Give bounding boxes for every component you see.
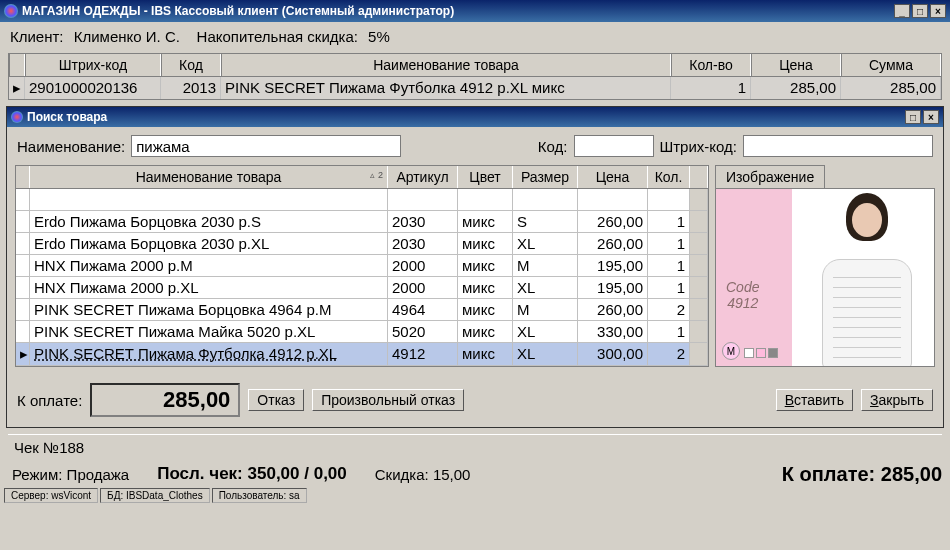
cell-name: PINK SECRET Пижама Майка 5020 р.XL — [30, 321, 388, 342]
scol-price[interactable]: Цена — [578, 166, 648, 188]
status-bar-2: Сервер: wsVicont БД: IBSData_Clothes Пол… — [0, 488, 950, 503]
search-row[interactable]: PINK SECRET Пижама Борцовка 4964 р.M4964… — [16, 299, 708, 321]
row-indicator-icon — [16, 211, 30, 232]
cell-art: 2000 — [388, 255, 458, 276]
col-indicator[interactable] — [9, 54, 25, 76]
search-footer: К оплате: 285,00 Отказ Произвольный отка… — [7, 373, 943, 427]
scrollbar[interactable] — [690, 166, 708, 188]
cell-qty: 1 — [648, 277, 690, 298]
maximize-button[interactable]: □ — [912, 4, 928, 18]
cell-color: микс — [458, 211, 513, 232]
scol-art[interactable]: Артикул — [388, 166, 458, 188]
cell-size: XL — [513, 233, 578, 254]
col-sum[interactable]: Сумма — [841, 54, 941, 76]
search-maximize-button[interactable]: □ — [905, 110, 921, 124]
cell-price: 300,00 — [578, 343, 648, 365]
cell-name: PINK SECRET Пижама Футболка 4912 р.XL ми… — [221, 77, 671, 99]
insert-button[interactable]: Вставить — [776, 389, 853, 411]
last-check-field: Посл. чек: 350,00 / 0,00 — [153, 462, 351, 486]
search-window-icon — [11, 111, 23, 123]
cell-size: S — [513, 211, 578, 232]
cell-qty: 2 — [648, 343, 690, 365]
cell-size: XL — [513, 343, 578, 365]
scol-indicator[interactable] — [16, 166, 30, 188]
col-code[interactable]: Код — [161, 54, 221, 76]
row-indicator-icon — [16, 277, 30, 298]
grand-total: К оплате: 285,00 — [782, 463, 942, 486]
cell-size: XL — [513, 321, 578, 342]
cell-art: 2000 — [388, 277, 458, 298]
search-row[interactable]: HNX Пижама 2000 р.XL2000миксXL195,001 — [16, 277, 708, 299]
product-image: Code4912 M — [715, 188, 935, 367]
cart-row[interactable]: ▸ 2901000020136 2013 PINK SECRET Пижама … — [9, 77, 941, 99]
to-pay-label: К оплате: — [17, 392, 82, 409]
search-filters: Наименование: Код: Штрих-код: — [7, 127, 943, 165]
cell-qty: 1 — [648, 321, 690, 342]
cell-price: 285,00 — [751, 77, 841, 99]
cell-color: микс — [458, 321, 513, 342]
search-results-table: Наименование товара▵ 2 Артикул Цвет Разм… — [15, 165, 709, 367]
filter-barcode-input[interactable] — [743, 135, 933, 157]
cell-color: микс — [458, 233, 513, 254]
cell-price: 260,00 — [578, 233, 648, 254]
app-icon — [4, 4, 18, 18]
refuse-button[interactable]: Отказ — [248, 389, 304, 411]
filter-name-input[interactable] — [131, 135, 401, 157]
search-row[interactable]: HNX Пижама 2000 р.M2000миксM195,001 — [16, 255, 708, 277]
cell-color: микс — [458, 343, 513, 365]
cell-qty: 1 — [648, 233, 690, 254]
client-name: Клименко И. С. — [74, 28, 180, 45]
col-price[interactable]: Цена — [751, 54, 841, 76]
search-row[interactable]: Erdo Пижама Борцовка 2030 р.S2030миксS26… — [16, 211, 708, 233]
search-row[interactable]: Erdo Пижама Борцовка 2030 р.XL2030миксXL… — [16, 233, 708, 255]
cell-price: 195,00 — [578, 277, 648, 298]
scol-name[interactable]: Наименование товара▵ 2 — [30, 166, 388, 188]
receipt-label: Чек №188 — [8, 434, 942, 460]
minimize-button[interactable]: _ — [894, 4, 910, 18]
cell-price: 260,00 — [578, 299, 648, 320]
search-close-button[interactable]: × — [923, 110, 939, 124]
cell-qty: 1 — [648, 255, 690, 276]
search-row[interactable]: ▸PINK SECRET Пижама Футболка 4912 р.XL49… — [16, 343, 708, 366]
search-titlebar: Поиск товара □ × — [7, 107, 943, 127]
cell-barcode: 2901000020136 — [25, 77, 161, 99]
col-qty[interactable]: Кол-во — [671, 54, 751, 76]
cell-art: 4964 — [388, 299, 458, 320]
size-badge: M — [722, 342, 740, 360]
image-code-label: Code4912 — [726, 279, 759, 311]
mode-field: Режим: Продажа — [8, 464, 133, 485]
sort-indicator-icon: ▵ 2 — [370, 170, 383, 180]
col-barcode[interactable]: Штрих-код — [25, 54, 161, 76]
cell-sum: 285,00 — [841, 77, 941, 99]
row-indicator-icon: ▸ — [9, 77, 25, 99]
scol-size[interactable]: Размер — [513, 166, 578, 188]
cell-color: микс — [458, 255, 513, 276]
cell-name: HNX Пижама 2000 р.XL — [30, 277, 388, 298]
cell-qty: 2 — [648, 299, 690, 320]
cell-color: микс — [458, 299, 513, 320]
cell-size: M — [513, 299, 578, 320]
cell-name: PINK SECRET Пижама Футболка 4912 р.XL — [30, 343, 388, 365]
status-user: Пользователь: sa — [212, 488, 307, 503]
color-swatches — [744, 348, 778, 358]
discount-field: Скидка: 15,00 — [371, 464, 475, 485]
cell-code: 2013 — [161, 77, 221, 99]
status-db: БД: IBSData_Clothes — [100, 488, 210, 503]
cell-name: Erdo Пижама Борцовка 2030 р.XL — [30, 233, 388, 254]
client-label: Клиент: — [10, 28, 64, 45]
client-bar: Клиент: Клименко И. С. Накопительная ски… — [0, 22, 950, 51]
search-window: Поиск товара □ × Наименование: Код: Штри… — [6, 106, 944, 428]
scol-qty[interactable]: Кол. — [648, 166, 690, 188]
close-search-button[interactable]: Закрыть — [861, 389, 933, 411]
image-tab[interactable]: Изображение — [715, 165, 825, 188]
scol-color[interactable]: Цвет — [458, 166, 513, 188]
cell-name: HNX Пижама 2000 р.M — [30, 255, 388, 276]
search-row[interactable]: PINK SECRET Пижама Майка 5020 р.XL5020ми… — [16, 321, 708, 343]
cell-price: 330,00 — [578, 321, 648, 342]
col-name[interactable]: Наименование товара — [221, 54, 671, 76]
arbitrary-refuse-button[interactable]: Произвольный отказ — [312, 389, 464, 411]
status-bar-1: Режим: Продажа Посл. чек: 350,00 / 0,00 … — [0, 460, 950, 488]
to-pay-value: 285,00 — [90, 383, 240, 417]
filter-code-input[interactable] — [574, 135, 654, 157]
close-button[interactable]: × — [930, 4, 946, 18]
